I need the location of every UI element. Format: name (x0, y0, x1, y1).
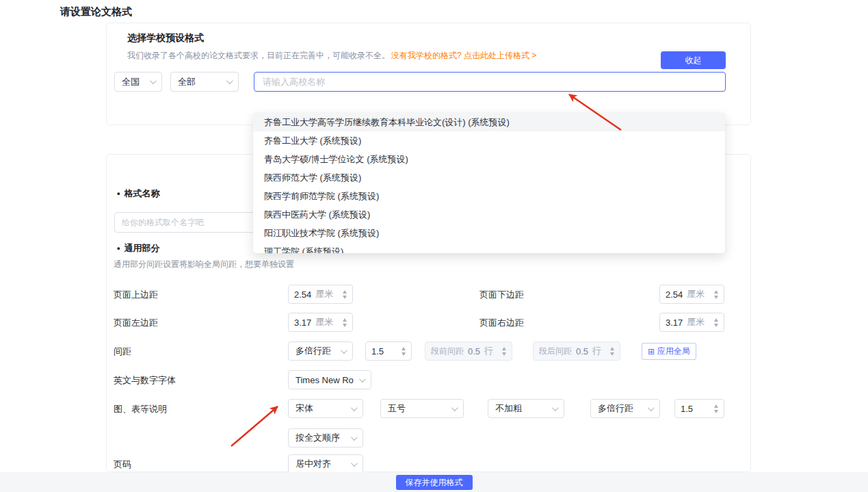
caption-weight-select[interactable]: 不加粗 (488, 399, 564, 418)
select-value: 宋体 (295, 402, 313, 415)
english-font-select[interactable]: Times New Roman (288, 370, 371, 389)
collapse-button[interactable]: 收起 (661, 51, 726, 69)
english-font-label: 英文与数字字体 (114, 374, 176, 387)
school-search-input[interactable] (254, 72, 726, 92)
dropdown-item-school[interactable]: 青岛大学硕/博士学位论文 (系统预设) (253, 150, 725, 168)
apply-global-label: 应用全局 (657, 346, 690, 357)
line-spacing-type-select[interactable]: 多倍行距 (288, 341, 353, 361)
chevron-down-icon (648, 404, 655, 411)
chevron-down-icon (226, 77, 233, 84)
stepper-up-icon[interactable] (714, 318, 718, 322)
stepper-up-icon[interactable] (402, 347, 406, 350)
stepper-up-icon (610, 347, 614, 350)
dropdown-item-school[interactable]: 陕西师范大学 (系统预设) (253, 168, 725, 187)
upload-format-link[interactable]: 没有我学校的格式? 点击此处上传格式 > (391, 51, 536, 60)
select-value: 五号 (388, 402, 406, 415)
stepper-unit: 行 (484, 345, 493, 357)
chevron-down-icon (359, 376, 366, 383)
caption-line-spacing-select[interactable]: 多倍行距 (590, 399, 660, 418)
apply-global-icon: ⊞ (648, 348, 655, 356)
margin-left-label: 页面左边距 (114, 317, 158, 329)
stepper-value: 2.54 (294, 289, 311, 300)
stepper-unit: 厘米 (315, 288, 333, 300)
stepper-up-icon[interactable] (343, 290, 347, 294)
stepper-unit: 厘米 (315, 316, 333, 328)
caption-font-select[interactable]: 宋体 (288, 399, 363, 418)
preset-card-title: 选择学校预设格式 (127, 32, 204, 44)
stepper-value: 3.17 (294, 318, 311, 328)
chevron-down-icon (341, 347, 347, 354)
stepper-down-icon[interactable] (714, 324, 718, 327)
preset-card-description: 我们收录了各个高校的论文格式要求，目前正在完善中，可能收录不全。没有我学校的格式… (127, 50, 536, 62)
save-button[interactable]: 保存并使用格式 (396, 475, 473, 490)
paper-format-settings-page: 请设置论文格式 选择学校预设格式 我们收录了各个高校的论文格式要求，目前正在完善… (0, 0, 868, 492)
chevron-down-icon (552, 404, 559, 411)
line-spacing-value-stepper[interactable]: 1.5 (365, 341, 412, 361)
stepper-up-icon[interactable] (714, 290, 718, 294)
stepper-value: 1.5 (681, 404, 693, 414)
dropdown-item-school[interactable]: 齐鲁工业大学高等学历继续教育本科毕业论文(设计) (系统预设) (253, 113, 725, 131)
stepper-down-icon (610, 352, 614, 356)
stepper-down-icon[interactable] (714, 410, 718, 413)
select-value: 不加粗 (495, 402, 522, 415)
stepper-up-icon[interactable] (343, 318, 347, 322)
margin-top-stepper[interactable]: 2.54 厘米 (288, 285, 353, 304)
stepper-up-icon (502, 347, 506, 350)
stepper-down-icon[interactable] (343, 324, 347, 327)
para-after-label: 段后间距 (539, 346, 572, 357)
margin-top-label: 页面上边距 (114, 289, 158, 301)
general-section-description: 通用部分间距设置将影响全局间距，想要单独设置 (114, 259, 294, 270)
page-number-align-select[interactable]: 居中对齐 (288, 454, 363, 474)
format-name-section-title: 格式名称 (117, 187, 160, 200)
margin-right-label: 页面右边距 (479, 317, 524, 329)
apply-global-button[interactable]: ⊞ 应用全局 (642, 343, 696, 360)
stepper-up-icon[interactable] (714, 404, 718, 408)
select-value: 多倍行距 (598, 402, 633, 415)
chevron-down-icon (150, 77, 157, 84)
stepper-value: 3.17 (666, 318, 683, 328)
stepper-down-icon[interactable] (402, 352, 406, 356)
dropdown-item-school[interactable]: 阳江职业技术学院 (系统预设) (253, 224, 725, 242)
select-value: 按全文顺序 (295, 432, 340, 444)
region-select[interactable]: 全国 (114, 72, 162, 92)
stepper-unit: 厘米 (687, 288, 705, 300)
select-value: Times New Roman (295, 375, 354, 385)
category-select[interactable]: 全部 (170, 72, 239, 92)
select-value: 多倍行距 (295, 345, 331, 357)
para-after-stepper: 段后间距 0.5 行 (533, 341, 620, 361)
stepper-down-icon (502, 352, 506, 356)
stepper-down-icon[interactable] (714, 296, 718, 299)
footer-bar: 保存并使用格式 (0, 472, 868, 492)
dropdown-item-school[interactable]: 陕西中医药大学 (系统预设) (253, 205, 725, 224)
chevron-down-icon (351, 434, 358, 441)
stepper-value: 0.5 (468, 346, 480, 357)
preset-description-text: 我们收录了各个高校的论文格式要求，目前正在完善中，可能收录不全。 (127, 51, 390, 60)
caption-size-select[interactable]: 五号 (380, 399, 464, 418)
stepper-unit: 厘米 (687, 316, 705, 328)
school-dropdown-list: 齐鲁工业大学高等学历继续教育本科毕业论文(设计) (系统预设) 齐鲁工业大学 (… (253, 113, 725, 253)
chevron-down-icon (351, 404, 358, 411)
stepper-unit: 行 (592, 345, 601, 357)
margin-right-stepper[interactable]: 3.17 厘米 (659, 313, 724, 332)
general-section-title: 通用部分 (117, 242, 160, 255)
page-number-label: 页码 (114, 458, 131, 471)
dropdown-item-school[interactable]: 齐鲁工业大学 (系统预设) (253, 131, 725, 150)
dropdown-item-school[interactable]: 陕西学前师范学院 (系统预设) (253, 187, 725, 205)
para-before-label: 段前间距 (431, 346, 464, 357)
para-before-stepper: 段前间距 0.5 行 (425, 341, 512, 361)
chevron-down-icon (451, 404, 458, 411)
caption-label: 图、表等说明 (114, 403, 167, 415)
caption-order-select[interactable]: 按全文顺序 (288, 428, 363, 448)
dropdown-item-school[interactable]: 理工学院 (系统预设) (253, 242, 725, 253)
margin-left-stepper[interactable]: 3.17 厘米 (288, 313, 353, 332)
select-value: 居中对齐 (295, 458, 331, 470)
chevron-down-icon (351, 460, 358, 467)
region-select-value: 全国 (122, 76, 140, 88)
stepper-down-icon[interactable] (343, 296, 347, 299)
category-select-value: 全部 (178, 76, 196, 88)
stepper-value: 1.5 (371, 346, 384, 357)
caption-line-value-stepper[interactable]: 1.5 (674, 399, 724, 418)
margin-bottom-stepper[interactable]: 2.54 厘米 (659, 285, 724, 304)
school-preset-card: 选择学校预设格式 我们收录了各个高校的论文格式要求，目前正在完善中，可能收录不全… (106, 23, 751, 125)
margin-bottom-label: 页面下边距 (479, 289, 524, 301)
